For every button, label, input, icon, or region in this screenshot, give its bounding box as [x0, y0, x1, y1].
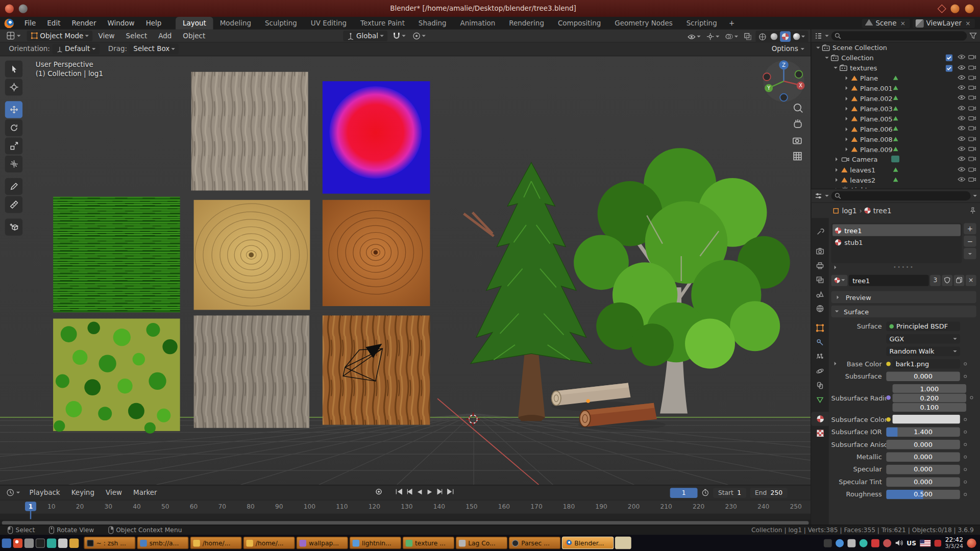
specular-tint-slider[interactable]: 0.000	[886, 477, 960, 486]
add-workspace-button[interactable]: +	[724, 19, 740, 27]
roughness-slider[interactable]: 0.500	[886, 489, 960, 498]
disable-render-icon[interactable]	[968, 54, 976, 60]
window-close-button[interactable]	[965, 4, 974, 13]
subsurface-method-dropdown[interactable]: Random Walk	[886, 346, 960, 356]
menu-item[interactable]: Window	[102, 16, 140, 30]
workspace-tab[interactable]: Layout	[176, 16, 213, 30]
tab-particles[interactable]	[813, 349, 827, 363]
workspace-tab[interactable]: Geometry Nodes	[608, 16, 680, 30]
record-icon[interactable]	[871, 539, 879, 547]
shading-solid-button[interactable]	[769, 31, 779, 42]
outliner-row-plane[interactable]: Plane.002	[811, 93, 980, 104]
disable-render-icon[interactable]	[968, 94, 976, 101]
taskbar-item-smb[interactable]: smb://a...	[137, 537, 189, 549]
scene-selector[interactable]: Scene ×	[862, 18, 910, 28]
hide-viewport-icon[interactable]	[958, 115, 966, 121]
exclude-checkbox[interactable]	[946, 55, 952, 61]
transform-orientation-dropdown[interactable]: Global	[343, 31, 387, 41]
material-name-field[interactable]: tree1	[849, 274, 929, 286]
tab-tool[interactable]	[813, 224, 827, 239]
disable-render-icon[interactable]	[968, 105, 976, 111]
info-icon[interactable]	[836, 539, 844, 547]
workspace-tab[interactable]: Rendering	[502, 16, 551, 30]
end-frame-field[interactable]: End 250	[750, 488, 788, 498]
files-icon[interactable]	[24, 538, 34, 547]
breadcrumb-material[interactable]: tree1	[873, 207, 892, 215]
slot-list-grip[interactable]: •••••	[831, 263, 976, 271]
notification-badge-icon[interactable]	[935, 539, 941, 546]
play-reverse-button[interactable]	[416, 488, 423, 497]
viewport-canvas[interactable]: Z X Y	[0, 56, 811, 485]
expand-arrow-icon[interactable]	[846, 86, 849, 90]
outliner-row-light[interactable]: Light	[811, 185, 980, 189]
disable-render-icon[interactable]	[968, 115, 976, 121]
add-cube-tool-button[interactable]	[5, 219, 22, 236]
expand-arrow-icon[interactable]	[825, 57, 828, 60]
window-shade-button[interactable]	[938, 4, 946, 13]
expand-arrow-icon[interactable]	[846, 117, 849, 120]
new-material-button[interactable]	[954, 274, 965, 286]
texture-plane-bark-light[interactable]	[191, 72, 308, 191]
expand-arrow-icon[interactable]	[836, 158, 839, 161]
outliner-search-input[interactable]	[831, 31, 967, 40]
taskbar-item-texture[interactable]: texture ...	[403, 537, 455, 549]
hide-viewport-icon[interactable]	[958, 94, 966, 101]
expand-arrow-icon[interactable]	[846, 127, 849, 131]
move-tool-button[interactable]	[5, 101, 22, 118]
timeline-menu-item[interactable]: Playback	[24, 486, 66, 499]
texture-plane-red-blob[interactable]	[323, 81, 430, 193]
decorator-icon[interactable]	[964, 468, 967, 471]
blender-logo-icon[interactable]	[5, 18, 14, 28]
clock[interactable]: 22:42 3/3/24	[945, 537, 963, 549]
menu-item[interactable]: Render	[66, 16, 102, 30]
texture-plane-rings-orange[interactable]	[323, 200, 430, 306]
jump-to-end-button[interactable]	[447, 489, 455, 497]
playhead[interactable]: 1	[25, 502, 36, 511]
menu-item[interactable]: Edit	[41, 16, 66, 30]
auto-key-button[interactable]	[375, 488, 383, 497]
distribution-dropdown[interactable]: GGX	[886, 334, 960, 343]
viewport-menu-item[interactable]: Object	[177, 29, 211, 42]
expand-arrow-icon[interactable]	[846, 76, 849, 80]
snap-toggle[interactable]	[390, 31, 407, 41]
timeline-menu-item[interactable]: View	[100, 486, 128, 499]
settings-icon[interactable]	[69, 538, 79, 547]
outliner-row-leaves2[interactable]: leaves2	[811, 175, 980, 185]
preview-panel-header[interactable]: Preview	[831, 291, 976, 303]
tab-constraints[interactable]	[813, 378, 827, 392]
disable-render-icon[interactable]	[968, 125, 976, 131]
workspace-tab[interactable]: Compositing	[551, 16, 607, 30]
window-ontop-icon[interactable]	[19, 4, 28, 13]
workspace-tab[interactable]: Sculpting	[258, 16, 304, 30]
previous-keyframe-button[interactable]	[406, 489, 413, 497]
outliner-row-camera[interactable]: Camera	[811, 155, 980, 165]
texture-plane-leaves[interactable]	[53, 318, 180, 433]
texture-plane-bark-brown[interactable]	[323, 315, 430, 424]
hide-viewport-icon[interactable]	[958, 64, 966, 70]
disable-render-icon[interactable]	[968, 64, 976, 70]
media-player-icon[interactable]	[859, 539, 867, 547]
taskbar-item-parsec[interactable]: Parsec ...	[509, 537, 561, 549]
use-preview-range-icon[interactable]	[701, 489, 709, 497]
remove-slot-button[interactable]: −	[964, 236, 976, 247]
terminal-icon[interactable]	[36, 538, 45, 547]
outliner-row-plane[interactable]: Plane.006	[811, 124, 980, 134]
workspace-tab[interactable]: Modeling	[213, 16, 258, 30]
browse-material-button[interactable]	[831, 274, 848, 286]
hide-viewport-icon[interactable]	[958, 54, 966, 60]
measure-tool-button[interactable]	[5, 196, 22, 213]
hide-viewport-icon[interactable]	[958, 166, 966, 172]
timeline-editor-icon[interactable]	[3, 487, 24, 498]
properties-editor-icon[interactable]	[815, 192, 823, 200]
taskbar-item-lightning[interactable]: lightnin...	[349, 537, 401, 549]
outliner-row-scene-collection[interactable]: Scene Collection	[811, 42, 980, 53]
visibility-dropdown[interactable]	[685, 31, 702, 42]
workspace-tab[interactable]: Texture Paint	[354, 16, 412, 30]
expand-arrow-icon[interactable]	[835, 265, 838, 269]
surface-shader-dropdown[interactable]: Principled BSDF	[886, 321, 960, 331]
hide-viewport-icon[interactable]	[958, 125, 966, 131]
taskbar-item-home1[interactable]: /home/...	[190, 537, 242, 549]
subsurface-slider[interactable]: 0.000	[886, 371, 960, 381]
exclude-checkbox[interactable]	[946, 65, 952, 71]
expand-arrow-icon[interactable]	[846, 107, 849, 110]
